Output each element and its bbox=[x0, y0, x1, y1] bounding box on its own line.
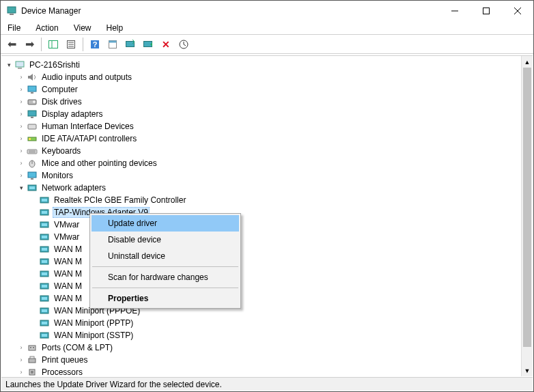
computer-icon bbox=[14, 59, 25, 70]
tree-item-processors[interactable]: ›Processors bbox=[4, 366, 521, 376]
expand-icon[interactable]: › bbox=[16, 158, 26, 168]
tree-label: WAN Miniport (SSTP) bbox=[53, 330, 135, 341]
tree-label: Human Interface Devices bbox=[40, 121, 135, 132]
tree-item-realtek[interactable]: Realtek PCIe GBE Family Controller bbox=[4, 194, 521, 206]
uninstall-button[interactable]: ✕ bbox=[158, 36, 174, 53]
spacer bbox=[29, 244, 38, 254]
tree-item-wan3[interactable]: WAN M bbox=[4, 268, 521, 280]
expand-icon[interactable]: ▾ bbox=[4, 60, 14, 70]
nic-icon bbox=[39, 330, 50, 341]
ctx-disable-device[interactable]: Disable device bbox=[92, 232, 239, 248]
menu-action[interactable]: Action bbox=[33, 22, 61, 34]
tree-label: WAN Miniport (PPTP) bbox=[53, 318, 135, 328]
tree-label: Realtek PCIe GBE Family Controller bbox=[53, 195, 187, 206]
back-button[interactable]: ⬅ bbox=[3, 36, 20, 53]
nic-icon bbox=[39, 219, 50, 230]
ctx-update-driver[interactable]: Update driver bbox=[92, 215, 239, 232]
spacer bbox=[29, 306, 38, 316]
tree-item-keyboards[interactable]: ›Keyboards bbox=[4, 145, 521, 157]
scroll-down-button[interactable]: ▼ bbox=[522, 365, 533, 376]
spacer bbox=[29, 220, 38, 229]
scroll-up-button[interactable]: ▲ bbox=[522, 56, 533, 68]
tree-label: Display adapters bbox=[40, 109, 104, 120]
tree-item-display[interactable]: ›Display adapters bbox=[4, 108, 521, 120]
tree-item-wan1[interactable]: WAN M bbox=[4, 243, 521, 255]
expand-icon[interactable]: › bbox=[16, 343, 26, 352]
tree-item-wan4[interactable]: WAN M bbox=[4, 280, 521, 292]
tree-item-wan-sstp[interactable]: WAN Miniport (SSTP) bbox=[4, 329, 521, 341]
expand-icon[interactable]: › bbox=[16, 85, 26, 94]
ctx-properties[interactable]: Properties bbox=[92, 290, 239, 307]
expand-icon[interactable]: › bbox=[16, 355, 26, 365]
tree-item-monitors[interactable]: ›Monitors bbox=[4, 169, 521, 182]
expand-icon[interactable]: › bbox=[16, 109, 26, 119]
tree-item-mice[interactable]: ›Mice and other pointing devices bbox=[4, 157, 521, 169]
vertical-scrollbar[interactable]: ▲ ▼ bbox=[521, 56, 533, 376]
expand-icon[interactable]: › bbox=[16, 367, 26, 376]
svg-rect-44 bbox=[42, 223, 47, 226]
tree-item-disk[interactable]: ›Disk drives bbox=[4, 96, 521, 108]
tree-item-wan-pppoe[interactable]: WAN Miniport (PPPOE) bbox=[4, 305, 521, 317]
maximize-button[interactable] bbox=[470, 1, 502, 21]
svg-rect-30 bbox=[27, 150, 37, 154]
svg-rect-36 bbox=[31, 178, 33, 180]
svg-rect-27 bbox=[28, 124, 36, 129]
scroll-thumb[interactable] bbox=[523, 68, 531, 347]
tree-item-tap[interactable]: TAP-Windows Adapter V9 bbox=[4, 206, 521, 219]
tree-item-vmware1[interactable]: VMwar bbox=[4, 219, 521, 231]
spacer bbox=[29, 294, 38, 303]
app-icon bbox=[6, 5, 17, 16]
nic-icon bbox=[39, 293, 50, 304]
expand-icon[interactable]: › bbox=[16, 146, 26, 156]
spacer bbox=[29, 331, 38, 340]
expand-icon[interactable]: › bbox=[16, 134, 26, 143]
svg-rect-66 bbox=[29, 359, 36, 363]
tree-item-wan5[interactable]: WAN M bbox=[4, 292, 521, 305]
minimize-button[interactable] bbox=[439, 1, 470, 21]
tree-item-network[interactable]: ▾Network adapters bbox=[4, 182, 521, 194]
svg-rect-50 bbox=[42, 260, 47, 263]
update-driver-button[interactable] bbox=[122, 36, 139, 53]
status-bar: Launches the Update Driver Wizard for th… bbox=[1, 377, 533, 391]
tree-item-wan2[interactable]: WAN M bbox=[4, 255, 521, 268]
svg-rect-38 bbox=[29, 186, 35, 189]
device-tree[interactable]: ▾ PC-216Srishti ›Audio inputs and output… bbox=[1, 56, 521, 376]
ctx-label: Scan for hardware changes bbox=[108, 272, 208, 282]
tree-label: WAN M bbox=[53, 256, 83, 267]
forward-button[interactable]: ➡ bbox=[21, 36, 38, 53]
menu-view[interactable]: View bbox=[71, 22, 94, 34]
tree-item-vmware2[interactable]: VMwar bbox=[4, 231, 521, 243]
properties2-button[interactable] bbox=[104, 36, 121, 53]
menu-file[interactable]: File bbox=[5, 22, 23, 34]
expand-icon[interactable]: › bbox=[16, 72, 26, 82]
tree-item-audio[interactable]: ›Audio inputs and outputs bbox=[4, 71, 521, 83]
properties-button[interactable] bbox=[63, 36, 79, 53]
tree-item-ide[interactable]: ›IDE ATA/ATAPI controllers bbox=[4, 132, 521, 145]
tree-label: WAN M bbox=[53, 281, 83, 292]
expand-icon[interactable]: › bbox=[16, 97, 26, 107]
disable-button[interactable] bbox=[140, 36, 156, 53]
svg-rect-22 bbox=[31, 92, 33, 94]
nic-icon bbox=[39, 244, 50, 255]
tree-item-printq[interactable]: ›Print queues bbox=[4, 354, 521, 366]
tree-item-ports[interactable]: ›Ports (COM & LPT) bbox=[4, 341, 521, 354]
tree-item-wan-pptp[interactable]: WAN Miniport (PPTP) bbox=[4, 317, 521, 329]
tree-root[interactable]: ▾ PC-216Srishti bbox=[4, 59, 521, 71]
menu-help[interactable]: Help bbox=[104, 22, 126, 34]
close-button[interactable] bbox=[502, 1, 533, 21]
scan-button[interactable] bbox=[175, 36, 192, 53]
tree-item-hid[interactable]: ›Human Interface Devices bbox=[4, 120, 521, 132]
tree-label: VMwar bbox=[53, 219, 81, 230]
expand-icon[interactable]: ▾ bbox=[16, 183, 26, 193]
expand-icon[interactable]: › bbox=[16, 171, 26, 180]
arrow-right-icon: ➡ bbox=[25, 38, 34, 51]
show-hide-tree-button[interactable] bbox=[45, 36, 61, 53]
expand-icon[interactable]: › bbox=[16, 122, 26, 131]
svg-rect-60 bbox=[42, 322, 47, 324]
tree-item-computer[interactable]: ›Computer bbox=[4, 83, 521, 96]
ctx-uninstall-device[interactable]: Uninstall device bbox=[92, 248, 239, 264]
svg-rect-15 bbox=[109, 40, 117, 42]
nic-icon bbox=[39, 256, 50, 267]
help-button[interactable]: ? bbox=[87, 36, 103, 53]
ctx-scan-hardware[interactable]: Scan for hardware changes bbox=[92, 269, 239, 285]
